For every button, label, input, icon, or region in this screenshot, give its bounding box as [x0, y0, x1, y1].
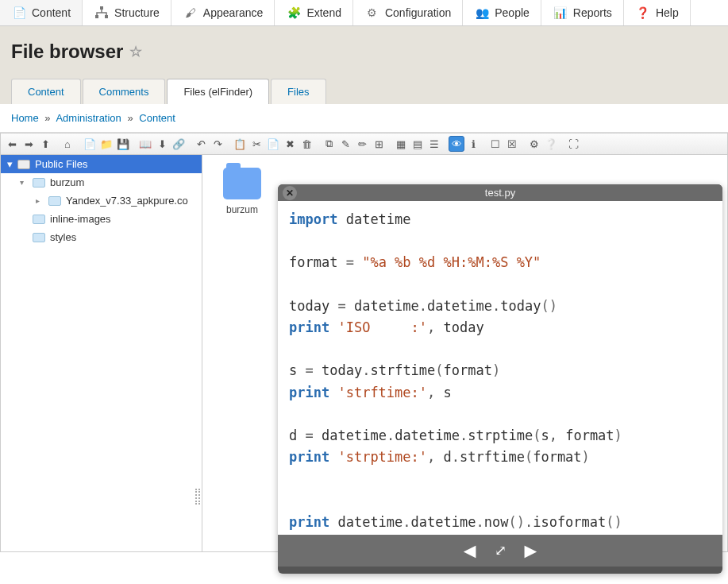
tree-node-yandex[interactable]: ▸ Yandex_v7.33_apkpure.co — [1, 191, 202, 210]
breadcrumb-home[interactable]: Home — [11, 112, 39, 124]
toolbar-getlink-button[interactable]: 🔗 — [171, 136, 187, 152]
favorite-star-icon[interactable]: ☆ — [129, 43, 142, 60]
page-title: File browser ☆ — [11, 41, 717, 63]
admin-menu-structure[interactable]: Structure — [83, 0, 171, 25]
toolbar-list-button[interactable]: ☰ — [426, 136, 442, 152]
tree-node-inline-images[interactable]: inline-images — [1, 210, 202, 228]
fullscreen-button[interactable]: ⤢ — [495, 542, 507, 552]
tree-node-burzum[interactable]: ▾ burzum — [1, 173, 202, 191]
folder-icon — [33, 215, 45, 224]
tab-files-elfinder[interactable]: Files (elFinder) — [167, 79, 269, 104]
admin-menu-label: Content — [32, 6, 71, 19]
reports-icon: 📊 — [553, 5, 568, 21]
local-tabs: Content Comments Files (elFinder) Files — [11, 79, 717, 104]
toolbar-resize-button[interactable]: ⊞ — [371, 136, 387, 152]
drive-icon — [17, 160, 30, 169]
prev-button[interactable]: ◄ — [460, 539, 480, 553]
cwd-item-label: burzum — [210, 204, 274, 215]
tab-files[interactable]: Files — [271, 79, 325, 104]
toolbar-info-button[interactable]: ℹ — [465, 136, 481, 152]
toolbar-download-button[interactable]: ⬇ — [154, 136, 170, 152]
toolbar-rename-button[interactable]: ✎ — [337, 136, 353, 152]
svg-rect-0 — [100, 6, 103, 10]
toolbar-delete-button[interactable]: ✖ — [282, 136, 298, 152]
toolbar-deselect-button[interactable]: ☒ — [504, 136, 520, 152]
admin-menu-label: Configuration — [385, 6, 451, 19]
elfinder-nav-tree[interactable]: ▾ Public Files ▾ burzum ▸ Yandex_v7.33_a… — [0, 155, 202, 552]
admin-menu-configuration[interactable]: ⚙Configuration — [353, 0, 463, 25]
breadcrumb: Home » Administration » Content — [0, 104, 728, 132]
toolbar-undo-button[interactable]: ↶ — [193, 136, 209, 152]
next-button[interactable]: ► — [521, 539, 541, 553]
admin-menu-reports[interactable]: 📊Reports — [541, 0, 624, 25]
preview-panel: ✕ test.py import datetime format = "%a %… — [278, 184, 722, 552]
toolbar-icons-small-button[interactable]: ▤ — [410, 136, 426, 152]
admin-menu-label: Appearance — [203, 6, 264, 19]
admin-menu-extend[interactable]: 🧩Extend — [275, 0, 353, 25]
preview-footer: ◄ ⤢ ► — [278, 535, 722, 552]
admin-menu-appearance[interactable]: 🖌Appearance — [171, 0, 275, 25]
toolbar-open-button[interactable]: 📖 — [137, 136, 153, 152]
toolbar-up-button[interactable]: ⬆ — [37, 136, 53, 152]
admin-menu-label: Structure — [114, 6, 160, 19]
toolbar-copy-button[interactable]: 📋 — [232, 136, 248, 152]
breadcrumb-administration[interactable]: Administration — [56, 112, 121, 124]
tree-node-label: burzum — [50, 176, 84, 188]
admin-toolbar: 📄Content Structure 🖌Appearance 🧩Extend ⚙… — [0, 0, 728, 26]
admin-menu-label: Extend — [306, 6, 341, 19]
tree-node-label: styles — [50, 231, 76, 243]
toolbar-cut-button[interactable]: ✂ — [248, 136, 264, 152]
extend-icon: 🧩 — [286, 5, 302, 21]
admin-menu-label: Reports — [573, 6, 612, 19]
appearance-icon: 🖌 — [183, 5, 198, 21]
elfinder-toolbar: ⬅➡⬆⌂📄📁💾📖⬇🔗↶↷📋✂📄✖🗑⧉✎✏⊞▦▤☰👁ℹ☐☒⚙❔⛶ — [0, 133, 728, 155]
tree-node-styles[interactable]: styles — [1, 228, 202, 246]
toolbar-icons-large-button[interactable]: ▦ — [393, 136, 409, 152]
toolbar-newfile-button[interactable]: 📄 — [82, 136, 98, 152]
toolbar-newfolder-button[interactable]: 📁 — [98, 136, 114, 152]
people-icon: 👥 — [474, 5, 490, 21]
toolbar-settings-button[interactable]: ⚙ — [526, 136, 542, 152]
toolbar-about-button[interactable]: ❔ — [543, 136, 559, 152]
toolbar-paste-button[interactable]: 📄 — [265, 136, 281, 152]
svg-rect-2 — [105, 15, 108, 18]
chevron-right-icon: ▸ — [36, 196, 44, 205]
toolbar-redo-button[interactable]: ↷ — [210, 136, 225, 152]
chevron-down-icon: ▾ — [20, 178, 28, 187]
toolbar-forward-button[interactable]: ➡ — [21, 136, 37, 152]
breadcrumb-sep: » — [127, 112, 133, 124]
chevron-down-icon: ▾ — [7, 158, 13, 170]
preview-content[interactable]: import datetime format = "%a %b %d %H:%M… — [278, 201, 722, 535]
preview-titlebar[interactable]: ✕ test.py — [278, 184, 722, 201]
page-header: File browser ☆ Content Comments Files (e… — [0, 26, 728, 104]
toolbar-preview-button[interactable]: 👁 — [449, 136, 464, 152]
preview-filename: test.py — [485, 187, 515, 199]
tab-content[interactable]: Content — [11, 79, 81, 104]
tree-root[interactable]: ▾ Public Files — [1, 155, 202, 173]
tab-comments[interactable]: Comments — [83, 79, 166, 104]
folder-icon — [223, 168, 261, 199]
toolbar-edit-button[interactable]: ✏ — [354, 136, 370, 152]
toolbar-empty-button[interactable]: 🗑 — [299, 136, 314, 152]
help-icon: ❓ — [635, 5, 651, 21]
admin-menu-label: People — [495, 6, 530, 19]
toolbar-select-button[interactable]: ☐ — [487, 136, 503, 152]
folder-icon — [48, 196, 61, 206]
cwd-item-burzum[interactable]: burzum — [210, 168, 274, 215]
content-icon: 📄 — [11, 5, 27, 21]
admin-menu-content[interactable]: 📄Content — [0, 0, 83, 25]
resize-handle[interactable] — [195, 489, 200, 505]
breadcrumb-content[interactable]: Content — [139, 112, 175, 124]
admin-menu-people[interactable]: 👥People — [463, 0, 541, 25]
toolbar-fullscreen-button[interactable]: ⛶ — [565, 136, 581, 152]
tree-root-label: Public Files — [35, 158, 87, 170]
admin-menu-label: Help — [656, 6, 679, 19]
toolbar-back-button[interactable]: ⬅ — [4, 136, 20, 152]
toolbar-upload-button[interactable]: 💾 — [115, 136, 131, 152]
admin-menu-help[interactable]: ❓Help — [624, 0, 691, 25]
toolbar-duplicate-button[interactable]: ⧉ — [321, 136, 337, 152]
structure-icon — [94, 5, 110, 21]
toolbar-home-button[interactable]: ⌂ — [60, 136, 75, 152]
folder-icon — [33, 233, 45, 242]
close-icon[interactable]: ✕ — [283, 186, 297, 200]
